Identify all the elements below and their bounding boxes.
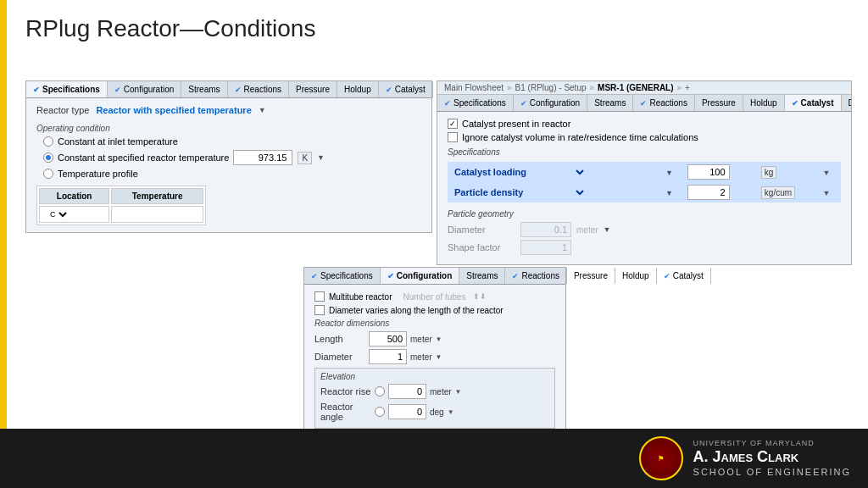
right-dialog-body: Catalyst present in reactor Ignore catal…	[437, 112, 851, 264]
temp-value-row: K ▼	[233, 150, 325, 165]
angle-unit-arrow[interactable]: ▼	[448, 408, 454, 416]
angle-unit: deg	[430, 408, 444, 417]
temp-input[interactable]	[233, 150, 292, 165]
check-icon-cat: ✔	[386, 86, 392, 94]
spec-unit-0: kg	[761, 166, 777, 179]
multitube-checkbox[interactable]	[314, 291, 325, 302]
shape-factor-row: Shape factor	[448, 240, 841, 255]
diameter-input[interactable]	[520, 222, 571, 237]
tab-catalyst-left[interactable]: ✔ Catalyst	[379, 81, 433, 97]
reactor-angle-row: Reactor angle deg ▼	[320, 402, 549, 422]
tab-holdup-left[interactable]: Holdup	[337, 81, 379, 97]
spec-row0-arrow[interactable]: ▼	[665, 169, 673, 177]
spec-table: Catalyst loading ▼ kg ▼ Particle density…	[448, 162, 841, 202]
diameter-unit-arrow-b[interactable]: ▼	[436, 353, 442, 361]
col-temperature: Temperature	[111, 188, 203, 204]
tab-spec-right[interactable]: ✔ Specifications	[437, 95, 514, 111]
temp-unit[interactable]: K	[298, 152, 312, 164]
tab-catalyst-bottom[interactable]: ✔ Catalyst	[657, 268, 711, 284]
university-seal: ⚑	[639, 436, 683, 480]
breadcrumb-sep-3: »	[677, 83, 682, 92]
diameter-unit-arrow[interactable]: ▼	[604, 225, 611, 234]
spec-name-select-1[interactable]: Particle density	[451, 186, 587, 198]
yellow-accent-bar	[0, 0, 7, 488]
radio-temp-profile[interactable]: Temperature profile	[43, 169, 421, 179]
tab-configuration-left[interactable]: ✔ Configuration	[108, 81, 181, 97]
tab-spec-bottom[interactable]: ✔ Specifications	[304, 268, 381, 284]
diameter-varies-label: Diameter varies along the length of the …	[329, 306, 504, 315]
rise-unit: meter	[430, 387, 452, 396]
temp-unit-arrow[interactable]: ▼	[317, 153, 325, 162]
breadcrumb: Main Flowsheet » B1 (RPlug) - Setup » MS…	[437, 81, 851, 95]
spec-unit0-arrow[interactable]: ▼	[822, 169, 830, 177]
radio-dot-1	[43, 136, 53, 147]
spec-value-1[interactable]	[687, 185, 730, 200]
diameter-varies-row[interactable]: Diameter varies along the length of the …	[314, 305, 555, 315]
breadcrumb-plus[interactable]: +	[685, 83, 690, 92]
reactor-rise-row: Reactor rise meter ▼	[320, 384, 549, 399]
tab-config-bottom[interactable]: ✔ Configuration	[381, 268, 460, 284]
angle-radio[interactable]	[375, 407, 385, 417]
bottom-tab-bar: ✔ Specifications ✔ Configuration Streams…	[304, 268, 565, 285]
school-name: School of Engineering	[693, 467, 851, 478]
catalyst-present-row[interactable]: Catalyst present in reactor	[448, 119, 841, 129]
elevation-label: Elevation	[320, 372, 549, 381]
tab-reactions-bottom[interactable]: ✔ Reactions	[505, 268, 566, 284]
tab-pressure-left[interactable]: Pressure	[289, 81, 337, 97]
spec-value-0[interactable]	[687, 164, 730, 180]
check-icon-spec: ✔	[33, 86, 40, 94]
radio-constant-inlet[interactable]: Constant at inlet temperature	[43, 136, 421, 147]
specifications-section-label: Specifications	[448, 147, 841, 157]
spec-name-select-0[interactable]: Catalyst loading	[451, 166, 587, 178]
left-tab-bar: ✔ Specifications ✔ Configuration Streams…	[26, 81, 431, 98]
tab-specifications-left[interactable]: ✔ Specifications	[26, 81, 108, 97]
num-tubes-spinner[interactable]: ⬆⬇	[473, 292, 487, 301]
tab-streams-bottom[interactable]: Streams	[459, 268, 505, 284]
diameter-label: Diameter	[448, 225, 515, 235]
reactor-type-dropdown[interactable]: ▼	[259, 106, 266, 114]
angle-input[interactable]	[388, 404, 426, 419]
catalyst-present-label: Catalyst present in reactor	[462, 119, 570, 129]
particle-geometry-label: Particle geometry	[448, 209, 841, 219]
reactor-rise-label: Reactor rise	[320, 386, 371, 396]
breadcrumb-sep-1: »	[507, 83, 512, 92]
diameter-input-b[interactable]	[369, 349, 407, 364]
catalyst-present-checkbox[interactable]	[448, 119, 458, 129]
ignore-volume-row[interactable]: Ignore catalyst volume in rate/residence…	[448, 132, 841, 142]
tab-diameter-right[interactable]: Diameter	[842, 95, 851, 111]
ignore-volume-label: Ignore catalyst volume in rate/residence…	[462, 132, 698, 142]
diameter-varies-checkbox[interactable]	[314, 305, 325, 315]
tab-holdup-bottom[interactable]: Holdup	[615, 268, 657, 284]
multitube-row[interactable]: Multitube reactor Number of tubes ⬆⬇	[314, 291, 555, 302]
brand-text: University of Maryland A. James Clark Sc…	[693, 439, 851, 478]
rise-unit-arrow[interactable]: ▼	[455, 388, 462, 396]
location-unit-select[interactable]: C	[47, 209, 70, 219]
tab-streams-left[interactable]: Streams	[181, 81, 227, 97]
tab-holdup-right[interactable]: Holdup	[743, 95, 785, 111]
tab-streams-right[interactable]: Streams	[587, 95, 633, 111]
rise-radio[interactable]	[375, 386, 385, 396]
spec-row1-arrow[interactable]: ▼	[665, 189, 673, 197]
tab-pressure-right[interactable]: Pressure	[695, 95, 743, 111]
operating-condition-label: Operating condition	[36, 124, 421, 133]
breadcrumb-sep-2: »	[590, 83, 595, 92]
tab-config-right[interactable]: ✔ Configuration	[514, 95, 587, 111]
num-tubes-label: Number of tubes	[403, 292, 465, 302]
university-name: University of Maryland	[693, 439, 851, 448]
shape-factor-label: Shape factor	[448, 242, 515, 252]
tab-pressure-bottom[interactable]: Pressure	[567, 268, 615, 284]
seal-text: ⚑	[658, 455, 664, 463]
spec-unit1-arrow[interactable]: ▼	[822, 189, 830, 197]
shape-factor-input[interactable]	[520, 240, 571, 255]
spec-row-1: Particle density ▼ kg/cum ▼	[448, 182, 841, 202]
spec-unit-1: kg/cum	[761, 186, 795, 199]
tab-reactions-left[interactable]: ✔ Reactions	[228, 81, 289, 97]
radio-constant-specified[interactable]: Constant at specified reactor temperatur…	[43, 150, 421, 165]
ignore-volume-checkbox[interactable]	[448, 132, 458, 142]
length-input[interactable]	[369, 331, 407, 347]
length-unit-arrow[interactable]: ▼	[436, 336, 442, 343]
rise-input[interactable]	[388, 384, 426, 399]
tab-reactions-right[interactable]: ✔ Reactions	[633, 95, 694, 111]
tab-catalyst-right[interactable]: ✔ Catalyst	[785, 95, 842, 111]
diameter-unit-b: meter	[410, 352, 432, 362]
